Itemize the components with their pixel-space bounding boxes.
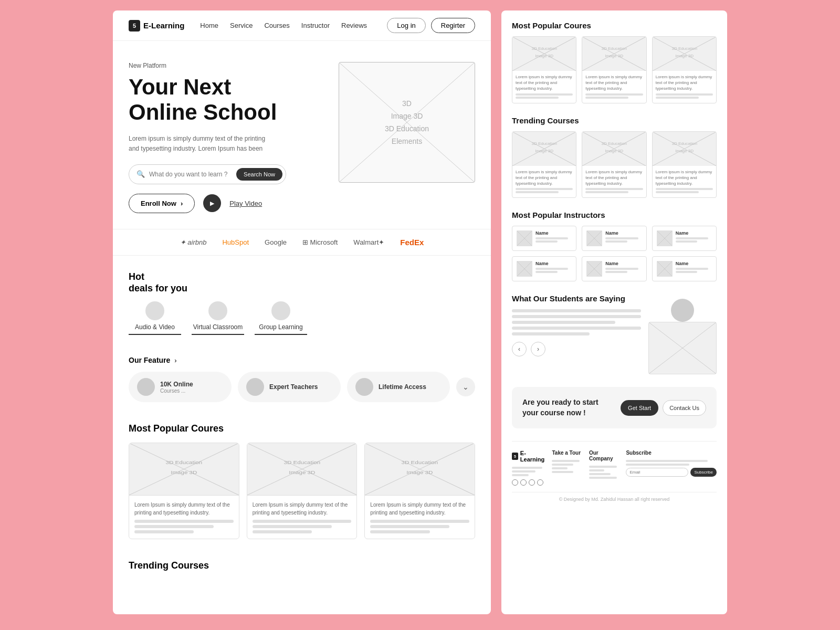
rp-instructor-img-4 <box>517 261 532 277</box>
rp-instructor-name-3: Name <box>676 230 712 236</box>
login-button[interactable]: Log in <box>387 18 425 33</box>
course-bar <box>370 525 449 528</box>
testimonial-text-lines <box>512 309 641 335</box>
trending-courses-title: Trending Courses <box>129 560 475 571</box>
social-icon-4[interactable] <box>537 479 543 486</box>
register-button[interactable]: Regirter <box>431 18 475 33</box>
hero-image-label: 3D Image 3D 3D Education Elements <box>339 62 475 182</box>
logo-text: E-Learning <box>143 21 184 30</box>
category-underline-3 <box>255 334 307 335</box>
play-label[interactable]: Play Video <box>229 200 262 207</box>
social-icon-1[interactable] <box>512 479 518 486</box>
deal-category-audio: Audio & Video <box>129 301 181 335</box>
footer-col-tour: Take a Tour <box>552 450 582 486</box>
feature-card-teachers: Expert Teachers <box>238 372 341 402</box>
feature-arrow-icon[interactable]: › <box>174 356 176 364</box>
rp-instructor-card-3: Name <box>652 226 717 251</box>
footer-logo-icon: 5 <box>512 453 518 460</box>
virtual-classroom-icon <box>208 301 227 320</box>
virtual-classroom-label[interactable]: Virtual Classroom <box>193 323 243 331</box>
svg-text:Image 3D: Image 3D <box>535 149 553 153</box>
course-card-2: 3D EducationImage 3D Lorem Ipsum is simp… <box>247 443 358 539</box>
brand-walmart: Walmart✦ <box>353 238 384 246</box>
course-bar <box>370 520 469 523</box>
rp-course-img-1: 3D EducationImage 3D <box>512 37 576 71</box>
rp-cta-buttons: Get Start Contack Us <box>621 400 706 416</box>
get-start-button[interactable]: Get Start <box>621 400 658 416</box>
chevron-right-icon: › <box>181 200 183 207</box>
right-panel: Most Popular Coures 3D EducationImage 3D… <box>501 10 727 614</box>
group-learning-label[interactable]: Group Learning <box>259 323 302 331</box>
enroll-button[interactable]: Enroll Now › <box>129 194 195 213</box>
rp-trending-img-2: 3D EducationImage 3D <box>582 132 646 166</box>
nav-home[interactable]: Home <box>200 22 218 29</box>
testimonial-image <box>648 322 717 374</box>
rp-instructors-title: Most Popular Instructors <box>512 211 717 219</box>
course-text-1: Lorem Ipsum is simply dummy text of the … <box>134 501 234 517</box>
rp-instructor-card-6: Name <box>652 256 717 281</box>
footer-tour-title: Take a Tour <box>552 450 582 456</box>
brand-google: Google <box>265 238 287 246</box>
expert-teachers-icon <box>246 378 264 396</box>
category-underline <box>129 334 181 335</box>
rp-instructor-name-1: Name <box>536 230 572 236</box>
feature-header: Our Feature › <box>129 356 475 364</box>
logo-icon: 5 <box>129 20 140 32</box>
testimonial-prev-button[interactable]: ‹ <box>512 342 527 356</box>
rp-course-card-1: 3D EducationImage 3D Lorem ipsum is simp… <box>512 36 576 103</box>
expert-teachers-label: Expert Teachers <box>269 383 318 391</box>
brand-airbnb: ✦ airbnb <box>180 238 207 246</box>
testimonial-next-button[interactable]: › <box>531 342 545 356</box>
footer-company-title: Our Company <box>589 450 620 461</box>
nav-service[interactable]: Service <box>230 22 253 29</box>
rp-testimonials-section: What Our Students are Saying ‹ › <box>512 294 717 374</box>
rp-testimonial: ‹ › <box>512 309 717 374</box>
course-image-2: 3D EducationImage 3D <box>247 443 357 496</box>
hero-section: New Platform Your Next Online School Lor… <box>113 41 491 229</box>
course-bar <box>253 525 332 528</box>
audio-video-label[interactable]: Audio & Video <box>135 323 175 331</box>
hero-left: New Platform Your Next Online School Lor… <box>129 62 328 213</box>
svg-text:Image 3D: Image 3D <box>407 469 433 475</box>
footer-logo: 5 E-Learning <box>512 450 545 463</box>
nav-instructor[interactable]: Instructor <box>301 22 330 29</box>
social-icon-3[interactable] <box>529 479 535 486</box>
course-card-3: 3D EducationImage 3D Lorem Ipsum is simp… <box>364 443 475 539</box>
rp-trending-img-1: 3D EducationImage 3D <box>512 132 576 166</box>
rp-instructor-card-2: Name <box>582 226 646 251</box>
rp-instructor-card-5: Name <box>582 256 646 281</box>
rp-course-grid-popular: 3D EducationImage 3D Lorem ipsum is simp… <box>512 36 717 103</box>
rp-cta-section: Are you ready to start your course now !… <box>512 387 717 428</box>
testimonial-avatar <box>671 299 694 322</box>
rp-instructor-img-3 <box>657 230 673 246</box>
course-image-1: 3D EducationImage 3D <box>129 443 239 496</box>
logo: 5 E-Learning <box>129 20 184 32</box>
hero-title: Your Next Online School <box>129 75 328 125</box>
rp-trending-card-2: 3D EducationImage 3D Lorem ipsum is simp… <box>582 131 646 198</box>
brands-section: ✦ airbnb HubSpot Google ⊞ Microsoft Walm… <box>113 229 491 256</box>
nav-courses[interactable]: Courses <box>264 22 289 29</box>
course-bar <box>134 525 214 528</box>
footer-subscribe-button[interactable]: Subscribe <box>690 468 717 477</box>
course-text-3: Lorem Ipsum is simply dummy text of the … <box>370 501 469 517</box>
rp-most-popular-title: Most Popular Coures <box>512 21 717 30</box>
search-button[interactable]: Search Now <box>236 168 282 181</box>
online-courses-icon <box>137 378 155 396</box>
course-bar <box>134 520 234 523</box>
contact-us-button[interactable]: Contack Us <box>663 400 706 416</box>
course-bar <box>253 520 352 523</box>
footer-email-input[interactable] <box>626 468 688 477</box>
testimonial-left: ‹ › <box>512 309 641 356</box>
social-icon-2[interactable] <box>520 479 527 486</box>
audio-video-icon <box>145 301 164 320</box>
nav-reviews[interactable]: Reviews <box>341 22 367 29</box>
search-input[interactable] <box>149 171 236 178</box>
play-button[interactable]: ▶ <box>203 194 221 212</box>
rp-instructor-name-2: Name <box>605 230 642 236</box>
footer-subscribe-form: Subscribe <box>626 468 717 477</box>
rp-trending-text-3: Lorem ipsum is simply dummy text of the … <box>656 169 713 187</box>
lifetime-access-icon <box>355 378 373 396</box>
brand-fedex: FedEx <box>400 238 424 247</box>
rp-course-grid-trending: 3D EducationImage 3D Lorem ipsum is simp… <box>512 131 717 198</box>
feature-more-button[interactable]: ⌄ <box>456 377 475 396</box>
